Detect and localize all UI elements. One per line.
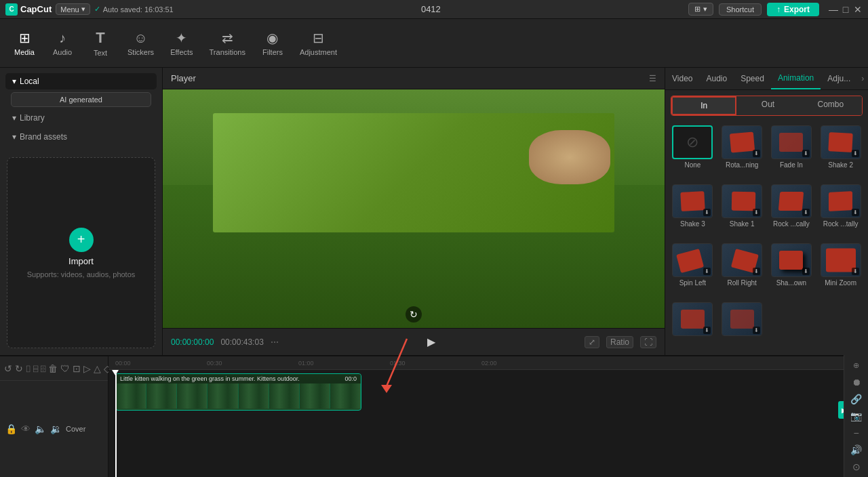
shortcut-button[interactable]: Shortcut — [719, 3, 762, 16]
brand-assets-tab[interactable]: ▾ Brand assets — [5, 129, 157, 145]
menu-button[interactable]: Menu ▾ — [56, 3, 90, 15]
anim-rock-tally[interactable]: ⬇ Rock ...tally — [817, 184, 864, 241]
anim-more1[interactable]: ⬇ — [669, 302, 716, 351]
audio-icon[interactable]: 🔈 — [35, 423, 46, 434]
lock-icon[interactable]: 🔒 — [5, 423, 17, 434]
toolbar-filters[interactable]: ◉ Filters — [255, 26, 290, 60]
ai-generated-button[interactable]: AI generated — [11, 92, 151, 107]
tab-video[interactable]: Video — [665, 68, 699, 89]
split-tool[interactable]: ⌷ — [26, 360, 31, 377]
tab-audio[interactable]: Audio — [699, 68, 734, 89]
import-area[interactable]: + Import Supports: videos, audios, photo… — [7, 157, 155, 348]
target-tool[interactable]: ⊙ — [848, 460, 865, 473]
ratio-button[interactable]: Ratio — [606, 336, 633, 348]
anim-tab-in[interactable]: In — [671, 96, 736, 115]
right-tabs-more-icon[interactable]: › — [857, 68, 868, 89]
anim-shake3[interactable]: ⬇ Shake 3 — [669, 184, 716, 241]
anim-more2-thumb: ⬇ — [722, 302, 762, 336]
local-tab[interactable]: ▾ Local — [5, 73, 157, 89]
anim-tab-out[interactable]: Out — [736, 96, 799, 115]
filters-icon: ◉ — [267, 30, 278, 46]
playhead — [115, 370, 117, 477]
export-button[interactable]: ↑ Export — [767, 3, 819, 16]
cover-label[interactable]: Cover — [66, 425, 85, 433]
toolbar-stickers[interactable]: ☺ Stickers — [121, 26, 161, 60]
toolbar-adjustment[interactable]: ⊟ Adjustment — [293, 26, 344, 60]
tab-speed[interactable]: Speed — [734, 68, 771, 89]
anim-shadow-thumb: ⬇ — [771, 243, 812, 277]
player-menu-icon[interactable]: ☰ — [649, 74, 656, 83]
cursor-snap-tool[interactable]: ⊕ — [848, 359, 865, 372]
clip-thumbnail-5 — [239, 383, 269, 409]
tab-adjustment[interactable]: Adju... — [821, 68, 857, 89]
monitor-icon: ⊞ — [694, 5, 701, 14]
video-clip[interactable]: Little kitten walking on the green grass… — [115, 373, 361, 411]
animation-tabs: In Out Combo — [671, 96, 863, 116]
anim-none[interactable]: ⊘ None — [669, 125, 716, 182]
project-name: 0412 — [178, 4, 684, 14]
crop-tool[interactable]: ⊡ — [73, 360, 81, 377]
library-tab[interactable]: ▾ Library — [5, 110, 157, 126]
transitions-icon: ⇄ — [222, 30, 233, 46]
split-left-tool[interactable]: ⌹ — [41, 360, 45, 377]
volume-icon[interactable]: 🔉 — [50, 423, 62, 434]
toolbar-effects[interactable]: ✦ Effects — [163, 26, 199, 60]
anim-shake1[interactable]: ⬇ Shake 1 — [719, 184, 766, 241]
undo-tool[interactable]: ↺ — [4, 360, 12, 377]
triangle-tool[interactable]: △ — [94, 360, 101, 377]
toolbar-text[interactable]: T Text — [83, 25, 118, 61]
anim-rotating[interactable]: ⬇ Rota...ning — [719, 125, 766, 182]
zoom-button[interactable]: ⛶ — [640, 336, 656, 348]
anim-rock-cally[interactable]: ⬇ Rock ...cally — [768, 184, 815, 241]
record-tool[interactable]: ⏺ — [848, 376, 865, 389]
anim-spin-left[interactable]: ⬇ Spin Left — [669, 243, 716, 299]
rotate-video-button[interactable]: ↻ — [406, 306, 422, 323]
anim-mini-zoom[interactable]: ⬇ Mini Zoom — [817, 243, 864, 299]
download-icon: ⬇ — [753, 209, 760, 216]
delete-tool[interactable]: 🗑 — [48, 360, 58, 377]
monitor-button[interactable]: ⊞ ▾ — [688, 3, 713, 16]
visibility-icon[interactable]: 👁 — [21, 423, 31, 434]
download-icon: ⬇ — [703, 327, 711, 334]
fullscreen-button[interactable]: ⤢ — [585, 336, 599, 348]
shield-tool[interactable]: 🛡 — [60, 360, 70, 377]
link-tool[interactable]: 🔗 — [848, 393, 865, 406]
anim-shake2[interactable]: ⬇ Shake 2 — [817, 125, 864, 182]
toolbar-audio[interactable]: ♪ Audio — [45, 26, 80, 60]
timeline-options-icon[interactable]: ⋯ — [271, 337, 279, 347]
split-right-tool[interactable]: ⌸ — [33, 360, 38, 377]
tab-animation[interactable]: Animation — [771, 68, 821, 89]
minimize-button[interactable]: — — [829, 5, 838, 14]
media-icon: ⊞ — [19, 30, 31, 46]
maximize-button[interactable]: □ — [841, 5, 850, 14]
anim-more2[interactable]: ⬇ — [719, 302, 766, 351]
ruler-mark-120: 02:00 — [481, 360, 497, 367]
download-icon: ⬇ — [753, 150, 760, 157]
library-arrow-icon: ▾ — [12, 113, 16, 123]
app-name: CapCut — [20, 4, 52, 14]
anim-fade-in[interactable]: ⬇ Fade In — [768, 125, 815, 182]
anim-tab-combo[interactable]: Combo — [800, 96, 862, 115]
redo-tool[interactable]: ↻ — [15, 360, 23, 377]
anim-roll-right-label: Roll Right — [727, 279, 756, 287]
ruler-mark-60: 01:00 — [298, 360, 314, 367]
timeline-far-right-controls: ⊕ ⏺ 🔗 📷 − 🔊 ⊙ — [844, 355, 868, 477]
minus-tool[interactable]: − — [848, 426, 865, 439]
speaker-tool[interactable]: 🔊 — [848, 443, 865, 456]
import-plus-button[interactable]: + — [69, 228, 94, 252]
camera-tool[interactable]: 📷 — [848, 410, 865, 423]
close-button[interactable]: ✕ — [853, 5, 863, 14]
stickers-icon: ☺ — [134, 30, 147, 46]
anim-roll-right[interactable]: ⬇ Roll Right — [719, 243, 766, 299]
anim-rock-cally-label: Rock ...cally — [773, 220, 810, 228]
toolbar-transitions[interactable]: ⇄ Transitions — [203, 26, 252, 60]
toolbar-media[interactable]: ⊞ Media — [7, 26, 42, 60]
play-button[interactable]: ▶ — [427, 335, 435, 348]
anim-shake1-label: Shake 1 — [730, 220, 755, 228]
play-back-tool[interactable]: ▷ — [83, 360, 91, 377]
anim-shadow[interactable]: ⬇ Sha...own — [768, 243, 815, 299]
ruler-mark-30: 00:30 — [207, 360, 222, 367]
anim-mini-zoom-label: Mini Zoom — [825, 279, 856, 287]
anim-shake3-label: Shake 3 — [680, 220, 705, 228]
player-panel: Player ☰ ↻ 00:00:00:00 00:00:43:03 ⋯ ▶ ⤢… — [163, 68, 665, 355]
